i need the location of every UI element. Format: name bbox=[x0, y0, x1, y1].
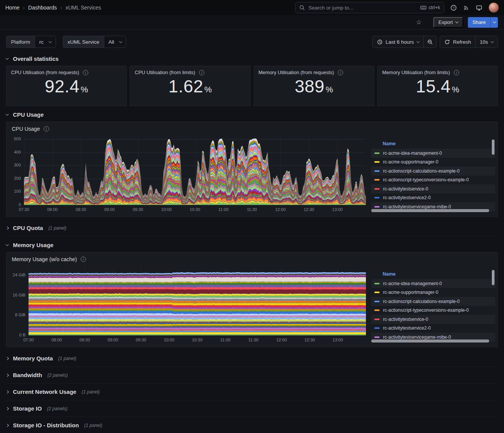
memory-usage-panel: Memory Usage (w/o cache) Namerc-acme-ide… bbox=[6, 252, 498, 347]
rss-icon[interactable] bbox=[463, 5, 469, 11]
legend-vertical-scrollbar[interactable] bbox=[492, 140, 494, 207]
section-header-collapsed[interactable]: Current Network Usage(1 panel) bbox=[6, 384, 498, 400]
chevron-down-icon bbox=[6, 113, 9, 116]
info-icon[interactable] bbox=[454, 70, 459, 75]
series-name: rc-actionscript-typeconversions-example-… bbox=[383, 308, 469, 313]
refresh-label: Refresh bbox=[453, 39, 471, 45]
platform-variable-label: Platform bbox=[6, 36, 35, 48]
time-range-group: Last 6 hours bbox=[372, 36, 437, 48]
section-header-overall-statistics[interactable]: Overall statistics bbox=[6, 50, 498, 66]
chevron-down-icon bbox=[6, 243, 9, 246]
legend-name-header[interactable]: Name bbox=[371, 271, 495, 279]
legend-row[interactable]: rc-acme-idea-management-0 bbox=[371, 279, 495, 288]
share-split-button: Share bbox=[468, 17, 498, 28]
series-name: rc-activitytestservice-0 bbox=[383, 317, 428, 322]
chevron-down-icon bbox=[119, 40, 122, 43]
chevron-right-icon bbox=[6, 407, 9, 410]
refresh-button[interactable]: Refresh bbox=[440, 36, 475, 48]
info-icon[interactable] bbox=[44, 126, 49, 132]
section-title: CPU Quota bbox=[13, 225, 43, 231]
series-color-swatch bbox=[374, 170, 380, 172]
legend-row[interactable]: rc-activitytestservice-0 bbox=[371, 184, 495, 194]
legend-row[interactable]: rc-actionscript-calculations-example-0 bbox=[371, 167, 495, 176]
section-header-collapsed[interactable]: Storage IO - Distribution(1 panel) bbox=[6, 417, 498, 433]
collapsed-sections: Memory Quota(1 panel)Bandwidth(2 panels)… bbox=[6, 350, 498, 433]
series-color-swatch bbox=[374, 188, 380, 190]
section-header-cpu-quota[interactable]: CPU Quota (1 panel) bbox=[6, 220, 498, 236]
chart-canvas[interactable] bbox=[9, 265, 367, 344]
legend-vertical-scrollbar[interactable] bbox=[492, 270, 494, 338]
chevron-down-icon bbox=[6, 57, 9, 60]
stat-unit: % bbox=[204, 85, 212, 95]
breadcrumb-separator: › bbox=[60, 5, 62, 11]
section-title: Memory Quota bbox=[13, 355, 53, 362]
scrollbar-thumb[interactable] bbox=[492, 140, 494, 155]
legend-row[interactable]: rc-activitytestservice2-0 bbox=[371, 194, 495, 203]
series-color-swatch bbox=[374, 309, 380, 311]
xuml-service-variable-value: All bbox=[108, 39, 114, 45]
legend-horizontal-scrollbar[interactable] bbox=[371, 339, 489, 343]
time-range-picker[interactable]: Last 6 hours bbox=[373, 36, 423, 48]
share-label: Share bbox=[472, 19, 486, 25]
xuml-service-variable-dropdown[interactable]: All bbox=[104, 36, 126, 48]
search-box[interactable]: ctrl+k bbox=[295, 2, 444, 13]
scrollbar-thumb[interactable] bbox=[492, 270, 494, 285]
info-icon[interactable] bbox=[338, 70, 343, 75]
user-avatar[interactable] bbox=[489, 3, 499, 13]
stat-unit: % bbox=[452, 85, 459, 95]
chevron-right-icon bbox=[6, 226, 9, 229]
series-color-swatch bbox=[374, 152, 380, 154]
chart-canvas[interactable] bbox=[9, 134, 367, 213]
section-header-collapsed[interactable]: Memory Quota(1 panel) bbox=[6, 350, 498, 367]
export-button[interactable]: Export bbox=[433, 17, 464, 28]
section-header-cpu-usage[interactable]: CPU Usage bbox=[6, 106, 498, 122]
dashboard-toolbar: ☆ Export Share bbox=[0, 15, 504, 30]
series-name: rc-acme-supportmanager-0 bbox=[383, 290, 438, 295]
platform-variable-dropdown[interactable]: rc bbox=[35, 36, 55, 48]
magnifier-minus-icon bbox=[427, 39, 433, 45]
section-header-memory-usage[interactable]: Memory Usage bbox=[6, 236, 498, 252]
breadcrumb-separator: › bbox=[23, 5, 25, 11]
memory-usage-chart[interactable] bbox=[9, 265, 367, 344]
series-name: rc-actionscript-calculations-example-0 bbox=[383, 168, 459, 174]
help-icon[interactable]: ? bbox=[450, 5, 457, 11]
series-name: rc-acme-supportmanager-0 bbox=[383, 159, 438, 165]
panel-body: Namerc-acme-idea-management-0rc-acme-sup… bbox=[6, 264, 498, 347]
display-icon[interactable] bbox=[476, 5, 482, 11]
chevron-right-icon bbox=[6, 357, 9, 360]
zoom-out-button[interactable] bbox=[423, 36, 436, 48]
share-menu-button[interactable] bbox=[490, 17, 498, 28]
clock-icon bbox=[377, 39, 383, 45]
legend-row[interactable]: rc-acme-supportmanager-0 bbox=[371, 158, 495, 167]
info-icon[interactable] bbox=[83, 70, 88, 75]
search-input[interactable] bbox=[308, 5, 417, 11]
legend-row[interactable]: rc-acme-idea-management-0 bbox=[371, 149, 495, 158]
series-name: rc-activitytestservice2-0 bbox=[383, 325, 431, 331]
legend-row[interactable]: rc-actionscript-calculations-example-0 bbox=[371, 297, 495, 306]
series-color-swatch bbox=[374, 283, 380, 284]
legend-row[interactable]: rc-activitytestservice-0 bbox=[371, 315, 495, 324]
info-icon[interactable] bbox=[199, 70, 204, 75]
legend-horizontal-scrollbar[interactable] bbox=[371, 209, 489, 212]
legend-name-header[interactable]: Name bbox=[371, 141, 495, 149]
legend-row[interactable]: rc-activitytestservice2-0 bbox=[371, 324, 495, 333]
star-favorite-icon[interactable]: ☆ bbox=[416, 19, 421, 25]
chevron-down-icon bbox=[48, 40, 51, 43]
section-title: CPU Usage bbox=[13, 111, 44, 118]
legend-row[interactable]: rc-actionscript-typeconversions-example-… bbox=[371, 306, 495, 315]
keyboard-icon bbox=[420, 5, 426, 11]
section-title: Storage IO - Distribution bbox=[13, 422, 79, 428]
refresh-interval-dropdown[interactable]: 10s bbox=[475, 36, 498, 48]
legend-list: rc-acme-idea-management-0rc-acme-support… bbox=[371, 279, 495, 342]
panel-header: Memory Usage (w/o cache) bbox=[6, 252, 498, 264]
legend-row[interactable]: rc-acme-supportmanager-0 bbox=[371, 288, 495, 297]
section-header-collapsed[interactable]: Storage IO(2 panels) bbox=[6, 400, 498, 417]
section-header-collapsed[interactable]: Bandwidth(2 panels) bbox=[6, 367, 498, 384]
legend-row[interactable]: rc-actionscript-typeconversions-example-… bbox=[371, 176, 495, 185]
share-button[interactable]: Share bbox=[468, 17, 490, 28]
breadcrumb-item[interactable]: Dashboards bbox=[28, 5, 57, 11]
breadcrumb-item[interactable]: Home bbox=[5, 5, 19, 11]
cpu-usage-chart[interactable] bbox=[9, 134, 367, 213]
panel-count: (2 panels) bbox=[47, 406, 67, 411]
info-icon[interactable] bbox=[81, 257, 86, 262]
